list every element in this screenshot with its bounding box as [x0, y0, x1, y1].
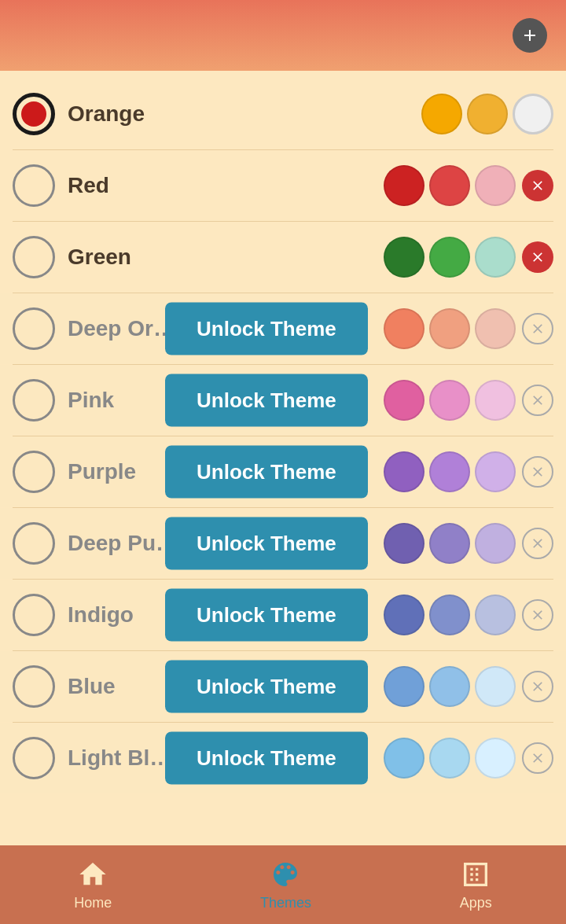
theme-row-green[interactable]: Green: [0, 222, 566, 293]
swatches-pink: [384, 380, 516, 421]
remove-btn-deep-purple[interactable]: [522, 528, 553, 559]
unlock-btn-indigo[interactable]: Unlock Theme: [165, 589, 368, 642]
remove-btn-purple[interactable]: [522, 456, 553, 488]
theme-row-light-blue[interactable]: Light Bl…Unlock Theme: [0, 723, 566, 793]
radio-red[interactable]: [13, 164, 55, 207]
remove-btn-indigo[interactable]: [522, 599, 553, 631]
unlock-btn-pink[interactable]: Unlock Theme: [165, 374, 368, 427]
radio-pink[interactable]: [13, 379, 55, 422]
swatches-deep-purple: [384, 523, 516, 564]
swatches-purple: [384, 451, 516, 492]
radio-light-blue[interactable]: [13, 737, 55, 779]
theme-row-indigo[interactable]: IndigoUnlock Theme: [0, 580, 566, 650]
theme-row-red[interactable]: Red: [0, 150, 566, 221]
theme-name-red: Red: [68, 173, 384, 198]
swatch-purple-0: [384, 451, 424, 492]
unlock-btn-deep-orange[interactable]: Unlock Theme: [165, 303, 368, 355]
swatches-blue: [384, 666, 516, 707]
swatch-indigo-1: [429, 595, 470, 635]
swatches-deep-orange: [384, 308, 516, 349]
swatches-indigo: [384, 595, 516, 635]
swatch-deep-purple-1: [429, 523, 470, 564]
remove-btn-green[interactable]: [522, 241, 553, 273]
theme-list: OrangeRedGreenDeep Or…Unlock ThemePinkUn…: [0, 71, 566, 845]
nav-themes-label: Themes: [260, 895, 311, 911]
nav-home-label: Home: [74, 895, 112, 911]
swatch-green-0: [384, 237, 424, 278]
swatch-indigo-2: [475, 595, 516, 635]
theme-name-green: Green: [68, 245, 384, 270]
remove-btn-blue[interactable]: [522, 671, 553, 702]
swatches-red: [384, 165, 516, 206]
swatches-green: [384, 237, 516, 278]
unlock-btn-blue[interactable]: Unlock Theme: [165, 661, 368, 713]
swatch-purple-2: [475, 451, 516, 492]
swatch-red-1: [429, 165, 470, 206]
nav-home[interactable]: Home: [58, 851, 127, 919]
unlock-btn-light-blue[interactable]: Unlock Theme: [165, 732, 368, 785]
swatch-red-0: [384, 165, 424, 206]
radio-blue[interactable]: [13, 665, 55, 708]
swatches-orange: [421, 94, 553, 134]
swatch-pink-0: [384, 380, 424, 421]
themes-icon: [270, 859, 301, 890]
nav-apps[interactable]: Apps: [444, 851, 508, 919]
theme-row-deep-purple[interactable]: Deep Pu…Unlock Theme: [0, 508, 566, 579]
theme-row-orange[interactable]: Orange: [0, 79, 566, 149]
radio-purple[interactable]: [13, 451, 55, 493]
nav-themes[interactable]: Themes: [244, 851, 327, 919]
swatch-green-1: [429, 237, 470, 278]
nav-apps-label: Apps: [460, 895, 492, 911]
swatch-purple-1: [429, 451, 470, 492]
swatch-indigo-0: [384, 595, 424, 635]
swatch-orange-0: [421, 94, 462, 134]
theme-row-pink[interactable]: PinkUnlock Theme: [0, 365, 566, 436]
swatches-light-blue: [384, 738, 516, 779]
radio-indigo[interactable]: [13, 594, 55, 636]
remove-btn-light-blue[interactable]: [522, 742, 553, 774]
bottom-nav: Home Themes Apps: [0, 845, 566, 924]
swatch-light-blue-1: [429, 738, 470, 779]
swatch-deep-orange-2: [475, 308, 516, 349]
radio-green[interactable]: [13, 236, 55, 278]
theme-row-blue[interactable]: BlueUnlock Theme: [0, 651, 566, 722]
swatch-light-blue-0: [384, 738, 424, 779]
home-icon: [77, 859, 108, 890]
radio-deep-orange[interactable]: [13, 307, 55, 350]
remove-btn-red[interactable]: [522, 170, 553, 201]
remove-btn-pink[interactable]: [522, 385, 553, 416]
swatch-deep-orange-1: [429, 308, 470, 349]
header: [0, 0, 566, 71]
swatch-red-2: [475, 165, 516, 206]
swatch-pink-1: [429, 380, 470, 421]
swatch-deep-purple-0: [384, 523, 424, 564]
theme-row-deep-orange[interactable]: Deep Or…Unlock Theme: [0, 293, 566, 364]
swatch-blue-1: [429, 666, 470, 707]
swatch-blue-0: [384, 666, 424, 707]
unlock-btn-deep-purple[interactable]: Unlock Theme: [165, 517, 368, 570]
swatch-blue-2: [475, 666, 516, 707]
radio-orange[interactable]: [13, 93, 55, 135]
add-button[interactable]: [513, 18, 547, 53]
swatch-orange-2: [513, 94, 553, 134]
swatch-orange-1: [467, 94, 508, 134]
theme-name-orange: Orange: [68, 101, 421, 127]
theme-row-purple[interactable]: PurpleUnlock Theme: [0, 436, 566, 507]
swatch-deep-purple-2: [475, 523, 516, 564]
swatch-pink-2: [475, 380, 516, 421]
swatch-green-2: [475, 237, 516, 278]
unlock-btn-purple[interactable]: Unlock Theme: [165, 446, 368, 499]
remove-btn-deep-orange[interactable]: [522, 313, 553, 344]
radio-deep-purple[interactable]: [13, 522, 55, 565]
apps-icon: [460, 859, 491, 890]
swatch-light-blue-2: [475, 738, 516, 779]
swatch-deep-orange-0: [384, 308, 424, 349]
